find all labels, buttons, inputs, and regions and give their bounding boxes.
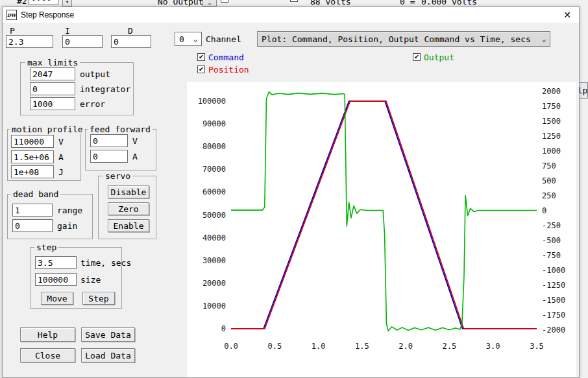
x-axis-tick-label: 2.0 [398,342,413,351]
background-dropdown-fragment[interactable]: ⌄ [202,0,217,6]
profile-accel-input[interactable] [11,150,54,163]
max-error-input[interactable] [30,97,75,110]
x-axis-tick-label: 2.5 [443,342,457,351]
left-axis-tick-label: 80000 [202,142,226,151]
p-label: P [10,26,15,36]
command-checkbox-label: Command [208,53,244,62]
d-input[interactable] [111,35,151,48]
step-response-dialog: DW Step Response ✕ P I D 0 ⌄ Channel Plo… [2,6,580,378]
right-axis-tick-label: 1000 [542,147,561,156]
channel-value: 0 [175,34,190,44]
x-axis-tick-label: 1.5 [355,342,369,351]
feed-forward-group-title: feed forward [88,124,153,134]
right-axis-tick-label: -1750 [542,311,565,320]
max-integrator-label: integrator [80,84,130,94]
check-icon: ✔ [198,66,204,73]
right-axis-tick-label: 2000 [542,87,561,96]
close-button[interactable]: Close [20,348,75,362]
left-axis-tick-label: 90000 [202,119,226,128]
position-checkbox[interactable]: ✔ [197,65,205,73]
command-checkbox[interactable]: ✔ [197,53,205,61]
left-axis-tick-label: 40000 [202,233,226,242]
profile-velocity-label: V [58,137,64,147]
right-axis-tick-label: -250 [542,221,561,230]
ff-velocity-label: V [132,136,138,146]
right-axis-tick-label: 750 [542,161,556,171]
left-axis-tick-label: 70000 [202,165,226,174]
right-axis-tick-label: 1750 [542,102,561,111]
right-axis-tick-label: -2000 [542,325,565,335]
channel-label: Channel [206,34,241,44]
right-axis-tick-label: -1250 [542,281,565,290]
step-size-input[interactable] [35,273,77,286]
x-axis-tick-label: 3.5 [530,342,544,351]
background-volts-label: 88 volts [310,0,351,6]
right-axis-tick-label: 1500 [542,117,561,126]
plot-type-select[interactable]: Plot: Command, Position, Output Command … [257,31,550,47]
check-icon: ✔ [198,54,204,60]
screen: #2 0.00 ▲ ▼ No Output ⌄ ✔ ✔ 88 volts 0 =… [0,0,588,378]
left-axis-tick-label: 60000 [202,187,226,196]
background-spinner[interactable]: ▲ ▼ [62,0,72,6]
load-data-button[interactable]: Load Data [81,348,135,362]
p-input[interactable] [6,35,53,48]
deadband-range-input[interactable] [12,204,53,217]
deadband-gain-input[interactable] [12,219,53,232]
step-time-label: time, secs [80,258,131,268]
spinner-down-icon: ▼ [66,0,69,4]
step-time-input[interactable] [35,256,77,269]
ff-accel-label: A [132,152,138,161]
profile-accel-label: A [58,152,64,162]
chevron-down-icon: ⌄ [190,36,201,42]
position-checkbox-label: Position [208,65,249,75]
close-icon[interactable]: ✕ [559,10,575,20]
background-volts2-label: 0.000 volts [421,0,477,6]
step-button[interactable]: Step [82,292,115,305]
background-value-field[interactable]: 0.00 [29,0,58,5]
dead-band-group [7,194,93,239]
motion-profile-group-title: motion profile [10,124,85,134]
x-axis-tick-label: 0.0 [224,342,238,351]
plot-type-value: Plot: Command, Position, Output Command … [258,34,538,44]
i-label: I [65,26,70,36]
servo-enable-button[interactable]: Enable [108,219,149,232]
x-axis-tick-label: 3.0 [486,342,500,351]
chart-canvas: 1000009000080000700006000050000400003000… [187,82,576,377]
check-icon: ✔ [413,54,420,60]
profile-velocity-input[interactable] [11,135,54,148]
left-axis-tick-label: 30000 [202,256,226,265]
profile-jerk-input[interactable] [11,165,54,178]
x-axis-tick-label: 0.5 [267,342,282,351]
move-button[interactable]: Move [41,292,73,305]
right-axis-tick-label: -1500 [542,296,565,305]
profile-jerk-label: J [58,167,64,177]
output-checkbox[interactable]: ✔ [413,53,421,61]
deadband-range-label: range [57,206,82,215]
left-axis-tick-label: 100000 [198,97,226,106]
chart-panel: 1000009000080000700006000050000400003000… [187,82,576,377]
servo-zero-button[interactable]: Zero [108,202,149,215]
background-checkbox[interactable]: ✔ [221,0,228,3]
servo-group-title: servo [103,171,132,181]
right-axis-tick-label: -1000 [542,266,565,275]
dead-band-group-title: dead band [11,189,60,199]
max-error-label: error [80,99,105,109]
background-zero-eq-label: 0 = [400,0,415,6]
max-limits-group-title: max limits [25,58,80,67]
help-button[interactable]: Help [20,327,75,342]
background-checkbox-2[interactable]: ✔ [290,0,298,2]
max-output-input[interactable] [30,67,75,80]
max-integrator-input[interactable] [30,82,75,95]
output-checkbox-label: Output [424,53,454,62]
i-input[interactable] [62,35,103,48]
right-axis-tick-label: -500 [542,236,561,245]
channel-select[interactable]: 0 ⌄ [175,32,202,46]
ff-velocity-input[interactable] [90,134,128,147]
left-axis-tick-label: 10000 [202,301,226,311]
dialog-titlebar[interactable]: DW Step Response ✕ [3,7,579,23]
servo-disable-button[interactable]: Disable [108,185,149,198]
ff-accel-input[interactable] [90,150,128,163]
d-label: D [128,26,133,36]
left-axis-tick-label: 20000 [202,279,226,288]
save-data-button[interactable]: Save Data [81,327,135,342]
